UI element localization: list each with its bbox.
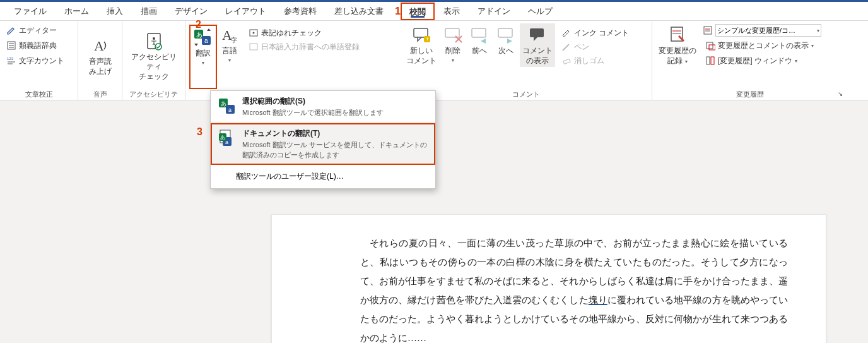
eraser-icon (561, 56, 572, 66)
prev-comment-button: 前へ (467, 23, 492, 57)
chevron-down-icon: ▾ (228, 57, 231, 64)
chevron-down-icon: ▾ (811, 43, 814, 49)
svg-rect-36 (707, 42, 713, 49)
delete-comment-label: 削除 (445, 46, 460, 56)
translate-document-desc: Microsoft 翻訳ツール サービスを使用して、ドキュメントの翻訳済みのコピ… (242, 140, 428, 160)
ribbon: エディター 類義語辞典 123 文字カウント 文章校正 A 音声読み上げ 音声 (0, 21, 868, 100)
access-label-1: アクセシビリティ (131, 52, 177, 71)
menu-references[interactable]: 参考資料 (275, 2, 326, 21)
menu-help[interactable]: ヘルプ (519, 2, 561, 21)
menu-file[interactable]: ファイル (5, 2, 56, 21)
ink-label: インク コメント (574, 28, 629, 39)
reviewing-pane-icon (705, 56, 715, 66)
group-language: あ a 翻訳 ▾ A字 言語 ▾ (185, 21, 413, 100)
chevron-down-icon: ▾ (795, 58, 797, 64)
group-comments: + 新しいコメント 削除 ▾ 前へ 次へ コメントの表示 (400, 21, 652, 100)
wordcount-button[interactable]: 123 文字カウント (4, 54, 74, 68)
translate-document-icon: aあ (218, 129, 236, 147)
group-accessibility-label: アクセシビリティ (126, 89, 181, 100)
show-markup-button[interactable]: 変更履歴とコメントの表示 ▾ (703, 39, 821, 52)
track-changes-button[interactable]: 変更履歴の記録 ▾ (656, 23, 699, 89)
chevron-down-icon: ▾ (817, 28, 819, 33)
document-page[interactable]: それらの夏の日々、一面に薄の生い茂った草原の中で、お前が立ったまま熱心に絵を描い… (271, 214, 826, 343)
comment-delete-icon (443, 25, 463, 45)
editor-button[interactable]: エディター (4, 23, 74, 37)
next-comment-button: 次へ (493, 23, 519, 57)
svg-rect-28 (530, 28, 544, 37)
spellvariant-button[interactable]: 表記ゆれチェック (246, 26, 362, 40)
group-tracking-label: 変更履歴 (736, 90, 764, 98)
readaloud-button[interactable]: A 音声読み上げ (82, 34, 118, 78)
chevron-down-icon: ▾ (452, 57, 454, 64)
language-icon: A字 (220, 25, 240, 45)
svg-rect-27 (498, 28, 512, 37)
group-accessibility: アクセシビリティチェック アクセシビリティ (122, 21, 185, 100)
delete-comment-button: 削除 ▾ (440, 23, 466, 65)
menu-insert[interactable]: 挿入 (98, 2, 132, 21)
chevron-down-icon: ▾ (685, 59, 688, 64)
wordcount-icon: 123 (6, 56, 16, 66)
pen-icon (561, 42, 572, 52)
para-underlined: 塊り (589, 295, 607, 305)
marker-2: 2 (196, 19, 201, 30)
readaloud-label-2: み上げ (89, 67, 112, 76)
dictregister-icon (249, 42, 259, 52)
show-comments-button[interactable]: コメントの表示 (520, 23, 555, 67)
reviewing-pane-button[interactable]: [変更履歴] ウィンドウ ▾ (703, 54, 821, 68)
thesaurus-button[interactable]: 類義語辞典 (4, 39, 74, 52)
show-markup-icon (705, 40, 715, 51)
comment-prev-icon (469, 25, 490, 45)
svg-rect-37 (709, 45, 715, 50)
svg-rect-23 (445, 28, 459, 37)
menu-review[interactable]: 校閲 (401, 3, 435, 20)
track-icon (667, 25, 688, 45)
svg-text:a: a (204, 37, 208, 44)
svg-text:あ: あ (220, 135, 225, 140)
translate-label: 翻訳 (196, 49, 211, 59)
ink-comment-button[interactable]: インク コメント (559, 26, 631, 40)
dictregister-label: 日本語入力辞書への単語登録 (261, 42, 360, 52)
dialog-launcher-icon[interactable]: ↘ (838, 89, 843, 99)
group-proofing: エディター 類義語辞典 123 文字カウント 文章校正 (0, 21, 78, 100)
menu-mailings[interactable]: 差し込み文書 (326, 2, 392, 21)
comment-next-icon (496, 25, 516, 45)
menu-layout[interactable]: レイアウト (216, 2, 275, 21)
editor-label: エディター (19, 25, 57, 36)
dictregister-button: 日本語入力辞書への単語登録 (246, 40, 362, 54)
svg-text:あ: あ (196, 31, 202, 38)
svg-text:123: 123 (7, 57, 14, 61)
translate-document-item[interactable]: aあ ドキュメントの翻訳(T) Microsoft 翻訳ツール サービスを使用し… (211, 123, 435, 165)
eraser-button: 消しゴム (559, 54, 631, 68)
pen-label: ペン (574, 42, 589, 52)
svg-point-9 (153, 37, 155, 40)
menu-design[interactable]: デザイン (166, 2, 216, 21)
new-comment-l2: コメント (406, 56, 437, 65)
track-l2: 記録 (667, 56, 683, 65)
language-button[interactable]: A字 言語 ▾ (217, 23, 242, 89)
svg-rect-39 (711, 57, 714, 64)
svg-rect-33 (704, 27, 712, 34)
spellvariant-icon (249, 28, 259, 38)
new-comment-button[interactable]: + 新しいコメント (404, 23, 439, 67)
menu-draw[interactable]: 描画 (132, 2, 166, 21)
readaloud-icon: A (90, 35, 110, 56)
group-comments-label: コメント (404, 89, 648, 100)
translate-settings-item[interactable]: 翻訳ツールのユーザー設定(L)… (211, 165, 435, 188)
svg-rect-29 (563, 59, 570, 64)
accessibility-button[interactable]: アクセシビリティチェック (126, 30, 181, 83)
thesaurus-label: 類義語辞典 (19, 40, 57, 51)
menu-home[interactable]: ホーム (56, 2, 98, 21)
translate-button[interactable]: あ a 翻訳 ▾ (189, 25, 217, 89)
language-label: 言語 (222, 46, 237, 56)
translate-selection-title: 選択範囲の翻訳(S) (242, 96, 384, 107)
translate-selection-icon: あa (218, 97, 236, 115)
marker-3: 3 (197, 126, 202, 138)
menu-view[interactable]: 表示 (435, 2, 469, 21)
editor-icon (6, 25, 16, 35)
translate-selection-item[interactable]: あa 選択範囲の翻訳(S) Microsoft 翻訳ツールで選択範囲を翻訳します (211, 91, 435, 123)
group-proofing-label: 文章校正 (4, 89, 74, 100)
menu-addins[interactable]: アドイン (469, 2, 519, 21)
track-mode-select[interactable]: シンプルな変更履歴/コ… ▾ (715, 24, 821, 37)
thesaurus-icon (6, 40, 16, 51)
track-mode-label: シンプルな変更履歴/コ… (717, 26, 795, 35)
